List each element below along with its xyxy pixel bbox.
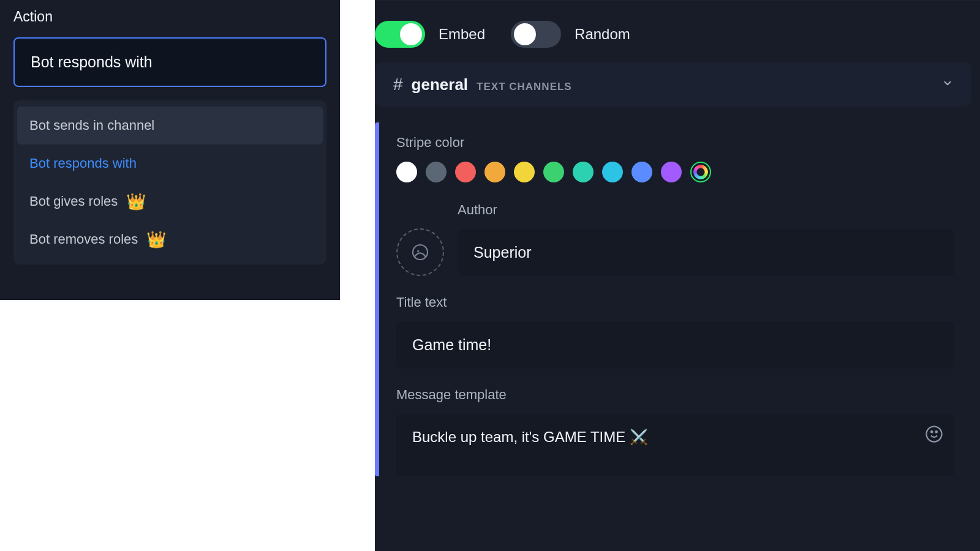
message-text: Buckle up team, it's GAME TIME ⚔️ (412, 429, 918, 446)
svg-point-0 (413, 245, 428, 260)
stripe-color-row (396, 162, 954, 182)
color-swatch-slate[interactable] (426, 162, 447, 182)
random-toggle[interactable] (511, 21, 561, 48)
message-label: Message template (396, 387, 954, 403)
author-label: Author (458, 202, 954, 218)
author-avatar-upload[interactable] (396, 228, 444, 276)
action-option-label: Bot gives roles (29, 193, 118, 209)
toggle-knob (514, 23, 536, 45)
author-column: Author (458, 202, 954, 276)
title-input[interactable] (396, 321, 954, 369)
color-swatch-blue[interactable] (631, 162, 652, 182)
action-option-sends[interactable]: Bot sends in channel (17, 107, 323, 144)
toggle-knob (400, 23, 422, 45)
color-swatch-white[interactable] (396, 162, 417, 182)
embed-editor: Stripe color Author Title text (375, 122, 971, 476)
action-option-gives-roles[interactable]: Bot gives roles 👑 (13, 182, 326, 220)
stripe-color-label: Stripe color (396, 135, 954, 151)
action-section-title: Action (13, 9, 326, 25)
color-swatch-cyan[interactable] (602, 162, 623, 182)
svg-point-4 (936, 431, 938, 433)
channel-info: # general TEXT CHANNELS (393, 75, 572, 94)
color-swatch-green[interactable] (543, 162, 564, 182)
channel-name: general (412, 75, 469, 94)
crown-icon: 👑 (146, 231, 166, 247)
action-option-removes-roles[interactable]: Bot removes roles 👑 (13, 220, 326, 258)
title-section: Title text (396, 294, 954, 369)
channel-select[interactable]: # general TEXT CHANNELS (375, 62, 971, 107)
message-input[interactable]: Buckle up team, it's GAME TIME ⚔️ (396, 414, 954, 476)
embed-config-panel: Embed Random # general TEXT CHANNELS Str… (375, 0, 980, 551)
svg-point-1 (417, 250, 419, 252)
channel-caption: TEXT CHANNELS (477, 81, 572, 93)
random-toggle-group: Random (511, 21, 630, 48)
author-row: Author (396, 202, 954, 276)
color-swatch-teal[interactable] (573, 162, 594, 182)
author-input[interactable] (458, 229, 954, 276)
action-option-label: Bot sends in channel (29, 118, 154, 133)
color-swatch-purple[interactable] (661, 162, 682, 182)
color-swatch-yellow[interactable] (514, 162, 535, 182)
action-dropdown: Bot sends in channel Bot responds with B… (13, 100, 326, 264)
random-toggle-label: Random (575, 26, 630, 43)
embed-toggle[interactable] (375, 21, 425, 48)
action-option-responds[interactable]: Bot responds with (13, 144, 326, 182)
title-label: Title text (396, 294, 954, 310)
chevron-down-icon (942, 78, 953, 92)
svg-point-2 (927, 427, 942, 442)
action-select[interactable]: Bot responds with (13, 37, 326, 87)
hash-icon: # (393, 75, 403, 94)
color-swatch-custom[interactable] (690, 162, 711, 182)
embed-toggle-group: Embed (375, 21, 485, 48)
embed-toggle-label: Embed (439, 26, 485, 43)
message-section: Message template Buckle up team, it's GA… (396, 387, 954, 476)
svg-point-3 (931, 431, 933, 433)
action-option-label: Bot removes roles (29, 231, 138, 247)
color-swatch-orange[interactable] (484, 162, 505, 182)
toggle-row: Embed Random (375, 1, 980, 62)
action-option-label: Bot responds with (29, 156, 137, 171)
crown-icon: 👑 (126, 193, 146, 209)
color-swatch-red[interactable] (455, 162, 476, 182)
action-panel: Action Bot responds with Bot sends in ch… (0, 0, 340, 300)
emoji-picker-button[interactable] (925, 425, 943, 443)
